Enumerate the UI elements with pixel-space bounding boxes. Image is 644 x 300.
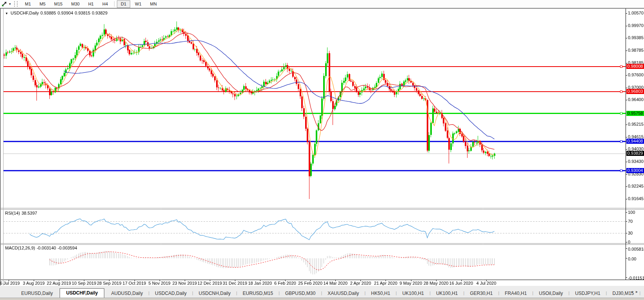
tab-gbpusd-m30[interactable]: GBPUSD,M30 [280, 289, 321, 298]
timeframe-button-D1[interactable]: D1 [117, 0, 130, 8]
tab-usdjpy-h1[interactable]: USDJPY,H1 [569, 289, 606, 298]
price-tick-label: 0.98785 [628, 48, 644, 53]
price-tick-label: 0.91645 [628, 196, 644, 201]
date-tick-label: 31 Dec 2019 [223, 281, 247, 286]
timeframe-button-H4[interactable]: H4 [98, 0, 112, 8]
open-value: 0.93885 [40, 11, 56, 15]
chart-area[interactable]: ▼USDCHF,Daily0.938850.939040.938150.9382… [0, 8, 644, 286]
scroll-left-icon[interactable]: ◂ [631, 289, 636, 294]
scroll-right-icon[interactable]: ▸ [636, 289, 641, 294]
tab-uk100-h1[interactable]: UK100,H1 [397, 289, 429, 298]
crosshair-tool-icon[interactable] [1, 1, 8, 7]
date-tick-label: 16 Jul 2019 [0, 281, 20, 286]
timeframe-button-H1[interactable]: H1 [84, 0, 98, 8]
rsi-tick-label: 100 [628, 210, 635, 215]
macd-indicator-label: MACD(12,26,9)-0.003140-0.003594 [5, 246, 79, 250]
rsi-indicator-label: RSI(14)38.5397 [5, 211, 39, 215]
timeframe-button-M15[interactable]: M15 [50, 0, 66, 8]
date-tick-label: 3 Aug 2019 [23, 281, 45, 286]
price-tick-label: 0.93430 [628, 159, 644, 164]
date-tick-label: 4 Jul 2020 [477, 281, 497, 286]
timeframe-button-W1[interactable]: W1 [131, 0, 146, 8]
rsi-tick-label: 0 [628, 240, 630, 244]
rsi-name: RSI(14) [5, 211, 20, 215]
chart-title: ▼USDCHF,Daily0.938850.939040.938150.9382… [5, 11, 109, 15]
date-tick-label: 5 Nov 2019 [148, 281, 170, 286]
date-tick-label: 2 Apr 2020 [350, 281, 371, 286]
close-value: 0.93829 [92, 11, 107, 15]
tab-eurusd-m15[interactable]: EURUSD,M15 [237, 289, 278, 298]
macd-tick-label: -0.011514 [628, 276, 644, 280]
mt4-window: ▾ M1M5M15M30H1H4D1W1MN ▼USDCHF,Daily0.93… [0, 0, 644, 300]
tab-usdchf-daily[interactable]: USDCHF,Daily [60, 288, 105, 298]
date-tick-label: 12 Dec 2019 [198, 281, 222, 286]
date-tick-label: 25 Feb 2020 [298, 281, 322, 286]
rsi-value: 38.5397 [22, 211, 37, 215]
hline-price-badge: 0.98008 [626, 64, 644, 69]
rsi-tick-label: 70 [628, 219, 633, 224]
tab-eurusd-daily[interactable]: EURUSD,Daily [16, 289, 58, 298]
symbol-label: USDCHF,Daily [11, 11, 39, 15]
tab-audusd-daily[interactable]: AUDUSD,Daily [106, 289, 149, 298]
tab-ger30-h1[interactable]: GER30,H1 [464, 289, 498, 298]
macd-main-value: -0.003140 [36, 246, 56, 250]
rsi-tick-label: 30 [628, 231, 633, 235]
chart-tabs: EURUSD,Daily USDCHF,Daily AUDUSD,Daily|U… [16, 288, 644, 298]
hline-price-badge: 0.93004 [626, 168, 644, 173]
price-tick-label: 0.95215 [628, 122, 644, 127]
date-tick-label: 10 Sep 2019 [72, 281, 96, 286]
date-tick-label: 9 May 2020 [400, 281, 422, 286]
tab-china300-h4[interactable]: CHINA300,H4 [640, 289, 644, 298]
current-price-badge: 0.93829 [626, 151, 644, 156]
timeframe-button-M5[interactable]: M5 [36, 0, 49, 8]
tab-fra40-h1[interactable]: FRA40,H1 [499, 289, 532, 298]
hline-price-badge: 0.96803 [626, 89, 644, 94]
high-value: 0.93904 [58, 11, 73, 15]
tab-usdcnh-daily[interactable]: USDCNH,Daily [193, 289, 236, 298]
price-tick-label: 1.00570 [628, 11, 644, 16]
tab-scroll-arrows: ◂▸ [631, 289, 641, 294]
price-tick-label: 0.99385 [628, 35, 644, 40]
timeframe-button-M1[interactable]: M1 [21, 0, 35, 8]
price-tick-label: 0.92245 [628, 184, 644, 189]
timeframe-toolbar: ▾ M1M5M15M30H1H4D1W1MN [0, 0, 644, 8]
macd-tick-label: 0.00 [628, 257, 636, 261]
date-tick-label: 6 Feb 2020 [274, 281, 296, 286]
hline-price-badge: 0.94408 [626, 139, 644, 144]
timeframe-buttons: M1M5M15M30H1H4D1W1MN [21, 0, 161, 8]
chevron-down-icon[interactable]: ▾ [9, 2, 11, 6]
date-tick-label: 14 Mar 2020 [323, 281, 347, 286]
timeframe-button-MN[interactable]: MN [146, 0, 161, 8]
window-left-frame [0, 9, 4, 286]
tab-hk50-h1[interactable]: HK50,H1 [366, 289, 396, 298]
tab-xauusd-daily[interactable]: XAUUSD,Daily [322, 289, 364, 298]
tab-usdcad-daily[interactable]: USDCAD,Daily [149, 289, 192, 298]
date-tick-label: 16 Jun 2020 [449, 281, 473, 286]
macd-signal-value: -0.003594 [58, 246, 77, 250]
price-tick-label: 0.96400 [628, 97, 644, 102]
date-tick-label: 23 Nov 2019 [172, 281, 196, 286]
date-tick-label: 17 Oct 2019 [123, 281, 146, 286]
macd-tick-label: 0.005818 [628, 247, 644, 251]
price-tick-label: 0.99970 [628, 23, 644, 28]
date-tick-label: 28 May 2020 [424, 281, 449, 286]
status-strip [0, 298, 644, 300]
price-tick-label: 0.97600 [628, 72, 644, 78]
tab-uk100-h1[interactable]: UK100,H1 [431, 289, 463, 298]
hline-price-badge: 0.95758 [626, 111, 644, 116]
date-tick-label: 18 Jan 2020 [248, 281, 272, 286]
date-tick-label: 21 Apr 2020 [374, 281, 397, 286]
timeframe-button-M30[interactable]: M30 [67, 0, 84, 8]
date-tick-label: 28 Sep 2019 [97, 281, 121, 286]
toolbar-grip-handle[interactable] [14, 1, 18, 7]
chart-tab-bar: EURUSD,Daily USDCHF,Daily AUDUSD,Daily|U… [0, 286, 644, 298]
collapse-triangle-icon[interactable]: ▼ [5, 12, 8, 15]
tab-usoil-daily[interactable]: USOil,Daily [533, 289, 568, 298]
price-chart-canvas[interactable] [0, 9, 644, 286]
low-value: 0.93815 [75, 11, 91, 15]
macd-name: MACD(12,26,9) [5, 246, 35, 250]
date-tick-label: 22 Aug 2019 [47, 281, 71, 286]
toolbar-separator [114, 1, 115, 7]
